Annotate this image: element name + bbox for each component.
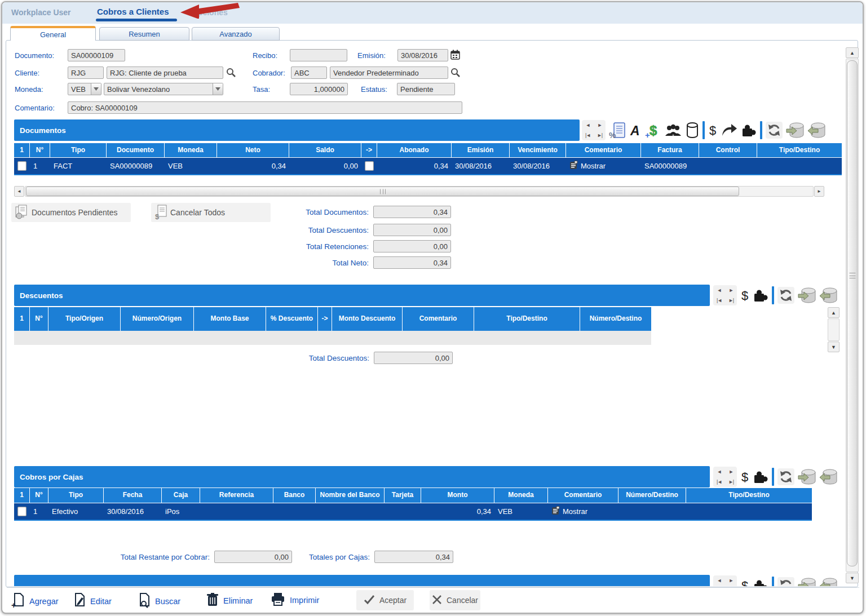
last-icon[interactable]: ►| <box>594 130 606 140</box>
column-header[interactable]: N° <box>30 307 48 331</box>
db-out-icon[interactable] <box>798 287 816 304</box>
tasa-input[interactable] <box>290 83 348 95</box>
main-vscroll-track[interactable] <box>846 59 859 572</box>
column-header[interactable]: N° <box>30 143 50 157</box>
documento-input[interactable] <box>68 49 125 61</box>
agregar-button[interactable]: + Agregar <box>11 592 59 610</box>
column-header[interactable]: Factura <box>641 143 699 157</box>
column-header[interactable]: Tipo <box>48 488 104 503</box>
column-header[interactable]: Monto Base <box>194 307 266 331</box>
calendar-icon[interactable] <box>450 50 460 60</box>
mostrar-link[interactable]: Mostrar <box>551 506 587 517</box>
dollar-icon[interactable]: $ <box>740 468 749 485</box>
db-out-icon[interactable] <box>798 577 816 586</box>
recibo-input[interactable] <box>290 49 347 61</box>
cobrador-name-input[interactable] <box>330 67 448 79</box>
refresh-icon[interactable] <box>766 122 783 139</box>
column-header[interactable]: Tarjeta <box>385 488 421 503</box>
column-header[interactable]: % Descuento <box>266 307 318 331</box>
refresh-icon[interactable] <box>777 468 794 485</box>
first-icon[interactable]: |◄ <box>713 295 725 305</box>
hscroll-thumb[interactable] <box>26 187 739 196</box>
column-header[interactable]: Monto <box>421 488 494 503</box>
column-header[interactable]: Abonado <box>377 143 452 157</box>
cliente-code-input[interactable] <box>68 67 104 79</box>
cylinder-icon[interactable] <box>686 122 699 139</box>
column-header[interactable]: N° <box>30 488 48 503</box>
total-descuentos-input[interactable] <box>373 224 451 236</box>
next-icon[interactable]: ► <box>725 285 737 295</box>
column-header[interactable]: Neto <box>217 143 289 157</box>
scroll-up-icon[interactable]: ▲ <box>828 307 840 318</box>
column-header[interactable]: Monto Descuento <box>332 307 403 331</box>
last-icon[interactable]: ►| <box>725 295 737 305</box>
scroll-up-icon[interactable]: ▲ <box>846 47 859 58</box>
next-icon[interactable]: ► <box>725 575 737 586</box>
tab-workplace-user[interactable]: Workplace User <box>11 8 71 17</box>
column-header[interactable]: Control <box>699 143 757 157</box>
dollar-icon[interactable]: $ <box>740 287 749 304</box>
column-header[interactable]: 1 <box>14 143 30 157</box>
row-checkbox[interactable] <box>17 161 26 171</box>
puzzle-icon[interactable] <box>753 287 768 303</box>
cancelar-button[interactable]: Cancelar <box>430 590 480 610</box>
column-header[interactable]: 1 <box>14 488 30 503</box>
cliente-search-icon[interactable] <box>226 68 236 77</box>
total-documentos-input[interactable] <box>373 206 451 218</box>
column-header[interactable]: 1 <box>14 307 30 331</box>
column-header[interactable]: Número/Origen <box>121 307 194 331</box>
cobrador-code-input[interactable] <box>291 67 327 79</box>
total-retenciones-input[interactable] <box>373 240 451 252</box>
hscroll-track[interactable] <box>25 186 814 197</box>
column-header[interactable]: Tipo/Destino <box>474 307 580 331</box>
emision-input[interactable] <box>397 49 448 61</box>
prev-icon[interactable]: ◄ <box>713 285 725 295</box>
total-restante-input[interactable] <box>214 551 292 563</box>
aceptar-button[interactable]: Aceptar <box>356 590 414 610</box>
scroll-right-icon[interactable]: ► <box>814 186 824 197</box>
comentario-input[interactable] <box>68 101 462 114</box>
dollar-icon[interactable]: $ <box>708 122 717 139</box>
subtab-general[interactable]: General <box>10 26 96 41</box>
column-header[interactable]: Documento <box>107 143 165 157</box>
cancelar-todos-button[interactable]: $ Cancelar Todos <box>151 203 271 222</box>
prev-icon[interactable]: ◄ <box>582 120 594 130</box>
column-header[interactable]: Comentario <box>548 488 618 503</box>
column-header[interactable]: -> <box>361 143 377 157</box>
column-header[interactable]: Comentario <box>403 307 474 331</box>
dollar-icon[interactable]: $ <box>740 577 749 586</box>
first-icon[interactable]: |◄ <box>713 586 725 586</box>
puzzle-icon[interactable] <box>741 122 757 138</box>
column-header[interactable]: Número/Destino <box>618 488 686 503</box>
cliente-name-input[interactable] <box>107 67 223 79</box>
eliminar-button[interactable]: Eliminar <box>206 592 253 609</box>
column-header[interactable]: Saldo <box>289 143 361 157</box>
first-icon[interactable]: |◄ <box>582 130 594 140</box>
refresh-icon[interactable] <box>777 287 794 304</box>
column-header[interactable]: Comentario <box>566 143 641 157</box>
tab-cobros-a-clientes[interactable]: Cobros a Clientes <box>97 7 169 16</box>
column-header[interactable]: Nombre del Banco <box>316 488 385 503</box>
people-icon[interactable] <box>664 123 682 138</box>
redo-icon[interactable] <box>721 123 737 137</box>
column-header[interactable]: Moneda <box>165 143 217 157</box>
moneda-code-select[interactable]: VEB <box>68 83 101 95</box>
dollar-add-icon[interactable]: $+ <box>645 122 661 139</box>
subtab-resumen[interactable]: Resumen <box>99 27 189 41</box>
column-header[interactable]: Referencia <box>200 488 273 503</box>
scroll-left-icon[interactable]: ◄ <box>14 186 24 197</box>
next-icon[interactable]: ► <box>594 120 606 130</box>
buscar-button[interactable]: Buscar <box>137 592 180 610</box>
puzzle-icon[interactable] <box>753 578 768 586</box>
puzzle-icon[interactable] <box>753 469 768 485</box>
db-in-icon[interactable] <box>807 122 825 139</box>
table-row[interactable]: 1FACTSA00000089VEB0,340,000,3430/08/2016… <box>14 158 842 174</box>
scroll-down-icon[interactable]: ▼ <box>846 573 859 583</box>
estatus-input[interactable] <box>397 83 455 95</box>
column-header[interactable]: Moneda <box>494 488 548 503</box>
db-in-icon[interactable] <box>819 577 837 586</box>
moneda-name-select[interactable]: Bolivar Venezolano <box>104 83 223 95</box>
column-header[interactable]: Tipo/Origen <box>48 307 121 331</box>
db-out-icon[interactable] <box>786 122 804 139</box>
column-header[interactable]: Fecha <box>104 488 162 503</box>
